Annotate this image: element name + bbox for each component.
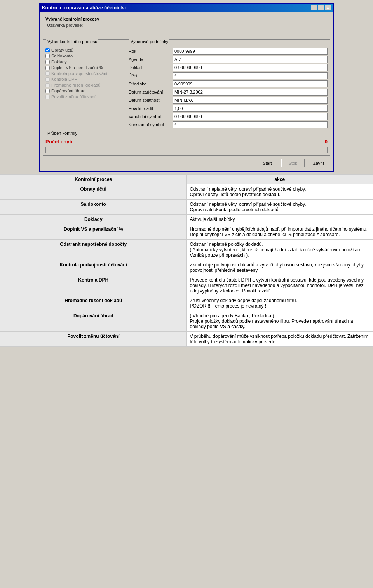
checkbox-row-5: Kontrola DPH <box>45 77 122 82</box>
right-panel-legend: Výběrové podmínky <box>129 39 169 44</box>
process-cell-3: Doplnit VS a penalizační % <box>0 224 187 240</box>
condition-input-9[interactable] <box>173 121 328 128</box>
table-row: Dopárování úhrad( Vhodné pro agendy Bank… <box>0 311 373 332</box>
pocet-chyb-label: Počet chyb: <box>45 139 74 144</box>
checkbox-cb2[interactable] <box>45 54 50 58</box>
process-cell-6: Kontrola DPH <box>0 275 187 296</box>
condition-input-3[interactable] <box>173 72 328 79</box>
action-cell-6: Provede kontrolu částek DPH a vytvoří ko… <box>186 275 373 296</box>
checkbox-row-1: Saldokonto <box>45 54 122 58</box>
condition-label-6: Datum splatnosti <box>129 98 171 103</box>
condition-input-5[interactable] <box>173 89 328 96</box>
minimize-button[interactable]: _ <box>311 5 317 10</box>
checkbox-row-6: Hromadné rušení dokladů <box>45 83 122 87</box>
action-cell-1: Odstraní neplatné věty, opraví případné … <box>186 200 373 215</box>
action-cell-0: Odstraní neplatné věty, opraví případné … <box>186 184 373 200</box>
progress-bar-container <box>45 147 328 153</box>
checkbox-label-cb8: Dopárování úhrad <box>51 89 85 93</box>
condition-label-1: Agenda <box>129 57 171 62</box>
condition-row-4: Středisko <box>129 80 328 87</box>
checkbox-label-cb7: Hromadné rušení dokladů <box>51 83 101 87</box>
condition-input-0[interactable] <box>173 48 328 55</box>
condition-row-2: Doklad <box>129 64 328 71</box>
checkboxes-container: Obraty účtůSaldokontoDokladyDoplnit VS a… <box>45 48 122 99</box>
progress-body: Počet chyb: 0 <box>45 139 328 153</box>
condition-label-7: Povolit rozdíl <box>129 106 171 111</box>
checkbox-label-cb6: Kontrola DPH <box>51 77 77 82</box>
checkbox-label-cb9: Povolit změnu účtování <box>51 94 96 99</box>
left-panel-legend: Výběr kontrolního procesu <box>46 39 98 44</box>
window-title: Kontrola a oprava databáze účetnictví <box>42 5 311 10</box>
checkbox-cb4[interactable] <box>45 66 50 70</box>
process-cell-8: Dopárování úhrad <box>0 311 187 332</box>
table-row: Kontrola DPHProvede kontrolu částek DPH … <box>0 275 373 296</box>
condition-label-9: Konstantní symbol <box>129 122 171 127</box>
condition-input-1[interactable] <box>173 56 328 63</box>
conditions-container: RokAgendaDokladÚčetStřediskoDatum zaúčto… <box>129 48 328 128</box>
condition-label-3: Účet <box>129 73 171 78</box>
condition-input-8[interactable] <box>173 113 328 120</box>
right-panel: Výběrové podmínky RokAgendaDokladÚčetStř… <box>126 42 330 131</box>
pocet-chyb-row: Počet chyb: 0 <box>45 139 328 144</box>
table-row: Obraty účtůOdstraní neplatné věty, oprav… <box>0 184 373 200</box>
process-cell-5: Kontrola podvojnosti účtování <box>0 260 187 275</box>
stop-button[interactable]: Stop <box>281 159 305 167</box>
checkbox-row-7: Dopárování úhrad <box>45 89 122 93</box>
info-table: Kontrolní proces akce Obraty účtůOdstran… <box>0 174 373 347</box>
main-window: Kontrola a oprava databáze účetnictví _ … <box>39 3 334 172</box>
action-cell-8: ( Vhodné pro agendy Banka , Pokladna ).P… <box>186 311 373 332</box>
condition-input-4[interactable] <box>173 80 328 87</box>
action-cell-9: V průběhu dopárování může vzniknout potř… <box>186 332 373 347</box>
checkbox-cb9[interactable] <box>45 95 50 99</box>
process-cell-4: Odstranit nepotřebné dopočty <box>0 240 187 260</box>
checkbox-cb6[interactable] <box>45 77 50 82</box>
process-cell-9: Povolit změnu účtování <box>0 332 187 347</box>
action-cell-2: Aktivuje další nabídky <box>186 215 373 224</box>
progress-legend: Průběh kontroly: <box>46 131 80 136</box>
action-cell-5: Zkontroluje podvojnost dokladů a vytvoří… <box>186 260 373 275</box>
checkbox-row-8: Povolit změnu účtování <box>45 94 122 99</box>
action-cell-4: Odstraní neplatné položky dokladů.( Auto… <box>186 240 373 260</box>
condition-row-0: Rok <box>129 48 328 55</box>
checkbox-row-3: Doplnit VS a penalizační % <box>45 65 122 70</box>
process-cell-1: Saldokonto <box>0 200 187 215</box>
condition-row-6: Datum splatnosti <box>129 97 328 104</box>
close-dialog-button[interactable]: Zavřít <box>307 159 330 167</box>
window-body: Vybrané kontrolní procesy Uzávěrka prove… <box>40 12 333 171</box>
checkbox-label-cb2: Saldokonto <box>51 54 73 58</box>
col-header-process: Kontrolní proces <box>0 175 187 184</box>
condition-row-8: Variabilní symbol <box>129 113 328 120</box>
action-cell-3: Hromadné doplnění chybějících údajů např… <box>186 224 373 240</box>
checkbox-label-cb1: Obraty účtů <box>51 48 73 52</box>
checkbox-cb3[interactable] <box>45 60 50 64</box>
condition-label-5: Datum zaúčtování <box>129 90 171 94</box>
checkbox-cb7[interactable] <box>45 83 50 87</box>
checkbox-cb8[interactable] <box>45 89 50 93</box>
checkbox-cb1[interactable] <box>45 48 50 52</box>
selected-processes-group: Vybrané kontrolní procesy Uzávěrka prove… <box>43 15 330 40</box>
condition-row-5: Datum zaúčtování <box>129 89 328 96</box>
process-cell-7: Hromadné rušení dokladů <box>0 296 187 311</box>
condition-label-4: Středisko <box>129 82 171 86</box>
condition-input-6[interactable] <box>173 97 328 104</box>
table-row: DokladyAktivuje další nabídky <box>0 215 373 224</box>
condition-label-8: Variabilní symbol <box>129 114 171 119</box>
window-titlebar: Kontrola a oprava databáze účetnictví _ … <box>40 4 333 12</box>
checkbox-cb5[interactable] <box>45 71 50 76</box>
table-row: Kontrola podvojnosti účtováníZkontroluje… <box>0 260 373 275</box>
col-header-action: akce <box>186 175 373 184</box>
condition-input-7[interactable] <box>173 105 328 112</box>
maximize-button[interactable]: □ <box>318 5 324 10</box>
table-row: Povolit změnu účtováníV průběhu dopárová… <box>0 332 373 347</box>
checkbox-label-cb3: Doklady <box>51 59 67 64</box>
condition-label-2: Doklad <box>129 65 171 70</box>
condition-row-1: Agenda <box>129 56 328 63</box>
window-controls: _ □ × <box>311 5 331 10</box>
start-button[interactable]: Start <box>256 159 279 167</box>
table-row: Odstranit nepotřebné dopočtyOdstraní nep… <box>0 240 373 260</box>
condition-input-2[interactable] <box>173 64 328 71</box>
condition-label-0: Rok <box>129 49 171 54</box>
close-button[interactable]: × <box>325 5 331 10</box>
main-row: Výběr kontrolního procesu Obraty účtůSal… <box>43 42 330 131</box>
left-panel: Výběr kontrolního procesu Obraty účtůSal… <box>43 42 124 131</box>
